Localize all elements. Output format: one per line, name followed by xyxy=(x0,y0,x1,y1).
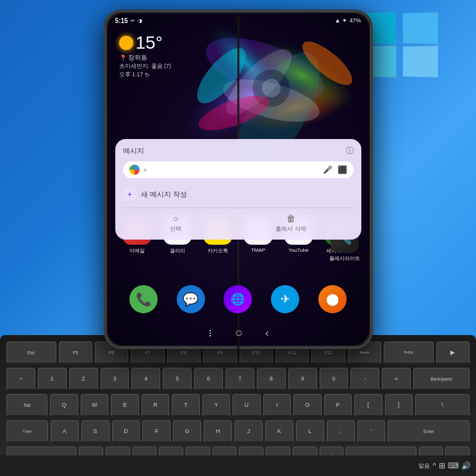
key-u: U xyxy=(233,394,260,417)
key-3: 3 xyxy=(101,368,129,391)
popup-delete-item[interactable]: 🗑 홈에서 삭제 xyxy=(275,213,306,233)
windows-pane-tr xyxy=(403,12,438,44)
key-quote: ' xyxy=(357,420,386,443)
key-s: S xyxy=(81,420,110,443)
key-h: H xyxy=(204,420,232,443)
mic-icon[interactable]: 🎤 xyxy=(323,165,332,174)
key-j: J xyxy=(234,420,263,443)
key-prtsc: PrtSc xyxy=(384,341,434,365)
app-label-youtube: YouTube xyxy=(288,247,308,253)
key-g: G xyxy=(173,420,201,443)
key-l: L xyxy=(296,420,324,443)
key-minus: - xyxy=(350,368,379,391)
popup-header: 메시지 ⓘ xyxy=(123,145,354,156)
selfie-camera xyxy=(236,19,241,24)
select-icon: ○ xyxy=(173,213,178,224)
nav-back[interactable]: ‹ xyxy=(265,327,268,339)
popup-title: 메시지 xyxy=(123,146,144,156)
location-pin-icon: 📍 xyxy=(119,54,127,62)
key-esc: Esc xyxy=(6,341,56,365)
dock-telegram[interactable]: ✈ xyxy=(271,285,299,313)
key-f: F xyxy=(142,420,170,443)
key-5: 5 xyxy=(163,368,192,391)
app-label-flashlight: 플래시라이트 xyxy=(329,255,360,262)
popup-divider xyxy=(123,208,354,208)
nav-recents[interactable]: ⫶ xyxy=(208,327,213,339)
key-i: I xyxy=(263,394,291,417)
status-battery: 47% xyxy=(349,17,361,24)
status-time: 5:15 xyxy=(115,17,128,24)
key-1: 1 xyxy=(38,368,67,391)
svg-point-9 xyxy=(261,79,280,97)
add-message-icon: + xyxy=(123,187,137,201)
key-p: P xyxy=(324,394,352,417)
taskbar-windows-icon[interactable]: ⊞ xyxy=(439,461,445,470)
search-icons: 🎤 ⬛ xyxy=(323,165,347,174)
app-label-gallery: 갤러리 xyxy=(170,247,185,254)
dock-phone[interactable]: 📞 xyxy=(129,285,158,313)
key-8: 8 xyxy=(257,368,286,391)
key-4: 4 xyxy=(131,368,160,391)
delete-icon: 🗑 xyxy=(286,213,295,224)
key-tilde: ~ xyxy=(6,368,35,391)
action-new-message-label: 새 메시지 작성 xyxy=(141,190,187,199)
keyboard-row-3: Tab Q W E R T Y U I O P [ ] \ xyxy=(6,394,470,417)
keyboard-row-4: Caps A S D F G H J K L ; ' Enter xyxy=(6,420,470,443)
key-semicolon: ; xyxy=(327,420,355,443)
delete-label: 홈에서 삭제 xyxy=(275,225,306,233)
weather-temp-row: 15° xyxy=(119,33,172,53)
app-label-kakao: 카카오톡 xyxy=(208,247,228,254)
key-7: 7 xyxy=(226,368,254,391)
app-label-email: 이메일 xyxy=(129,247,145,254)
nav-home[interactable]: ○ xyxy=(235,325,243,340)
taskbar: 말음 ^ ⊞ ⌨ 🔊 xyxy=(0,455,476,476)
key-bracket-r: ] xyxy=(385,394,413,417)
taskbar-keyboard-icon[interactable]: ⌨ xyxy=(448,461,459,470)
popup-search-bar[interactable]: + 🎤 ⬛ xyxy=(123,161,354,178)
popup-bottom-actions: ○ 선택 🗑 홈에서 삭제 xyxy=(123,211,354,233)
key-o: O xyxy=(293,394,321,417)
keyboard-background: Esc F5 F6 F7 F8 F9 F10 F11 F12 Insert Pr… xyxy=(0,335,476,476)
keyboard-keys: Esc F5 F6 F7 F8 F9 F10 F11 F12 Insert Pr… xyxy=(6,341,470,470)
key-r: R xyxy=(142,394,169,417)
taskbar-volume-icon[interactable]: 🔊 xyxy=(461,461,471,470)
dock-camera[interactable]: ⬤ xyxy=(318,285,347,313)
key-y: Y xyxy=(202,394,230,417)
key-q: Q xyxy=(50,394,78,417)
weather-location: 📍 장위동 xyxy=(119,53,172,62)
dock-messages[interactable]: 💬 xyxy=(177,285,205,313)
dock: 📞 💬 🌐 ✈ ⬤ xyxy=(108,285,369,313)
info-icon[interactable]: ⓘ xyxy=(346,145,354,156)
key-capslock: Caps xyxy=(6,420,48,443)
key-d: D xyxy=(112,420,140,443)
taskbar-chevron-icon[interactable]: ^ xyxy=(432,461,436,470)
dock-samsung-messages[interactable]: 🌐 xyxy=(224,285,252,313)
status-signal-icon: ◑ xyxy=(138,18,142,24)
search-placeholder: + xyxy=(144,167,319,174)
popup-select-item[interactable]: ○ 선택 xyxy=(170,213,181,233)
key-tab: Tab xyxy=(6,394,47,417)
key-bracket-l: [ xyxy=(354,394,382,417)
keyboard-row-2: ~ 1 2 3 4 5 6 7 8 9 0 - = Backspace xyxy=(6,368,470,391)
weather-time: 오후 1:17 ↻ xyxy=(119,70,172,79)
key-backspace: Backspace xyxy=(413,368,470,391)
camera-search-icon[interactable]: ⬛ xyxy=(338,165,347,174)
popup-action-new-message[interactable]: + 새 메시지 작성 xyxy=(123,183,354,205)
weather-condition: 초미세먼지: 좋음 (7) xyxy=(119,62,172,70)
key-0: 0 xyxy=(320,368,349,391)
google-logo xyxy=(129,165,140,175)
status-edit-icon: ✏ xyxy=(131,18,135,24)
key-a: A xyxy=(51,420,79,443)
key-2: 2 xyxy=(69,368,98,391)
key-f5: F5 xyxy=(59,341,92,365)
select-label: 선택 xyxy=(170,225,181,233)
refresh-icon: ↻ xyxy=(145,72,150,78)
key-k: K xyxy=(265,420,293,443)
sun-icon xyxy=(119,36,133,50)
key-plus: = xyxy=(382,368,411,391)
weather-temperature: 15° xyxy=(136,33,163,53)
key-backslash: \ xyxy=(415,394,470,417)
message-popup[interactable]: 메시지 ⓘ + 🎤 ⬛ + 새 메시지 작성 xyxy=(115,139,361,240)
status-bluetooth-icon: ✦ xyxy=(342,17,347,24)
status-right: ▲ ✦ 47% xyxy=(335,17,361,24)
